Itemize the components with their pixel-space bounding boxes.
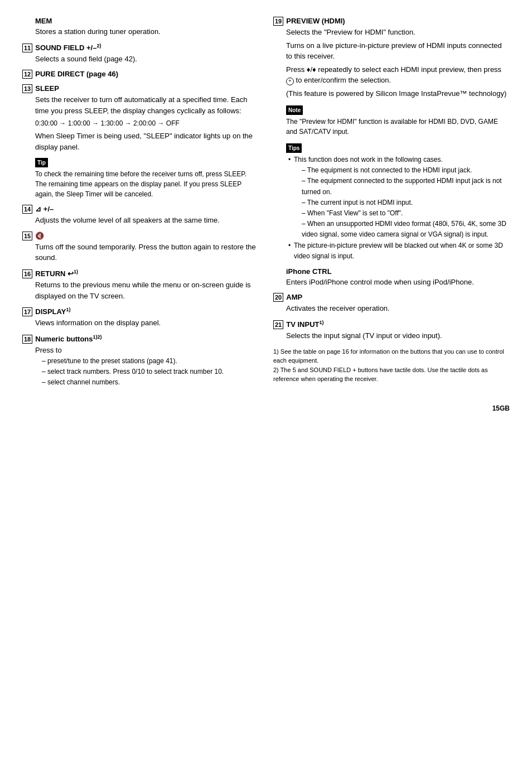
list-item: The current input is not HDMI input. bbox=[302, 197, 507, 208]
tip-label-13: Tip bbox=[35, 158, 48, 167]
item20-num: 20 bbox=[273, 293, 283, 302]
item18-section: 18 Numeric buttons1)2) Press to preset/t… bbox=[22, 334, 257, 388]
item13-section: 13 SLEEP Sets the receiver to turn off a… bbox=[22, 84, 257, 199]
list-item: When "Fast View" is set to "Off". bbox=[302, 208, 507, 219]
item15-title: 🔇 bbox=[35, 232, 44, 240]
item18-header: 18 Numeric buttons1)2) bbox=[22, 334, 257, 344]
item13-num: 13 bbox=[22, 84, 32, 93]
list-item: The picture-in-picture preview will be b… bbox=[288, 240, 507, 262]
item20-title: AMP bbox=[286, 293, 302, 301]
item21-section: 21 TV INPUT1) Selects the input signal (… bbox=[273, 320, 507, 341]
item11-num: 11 bbox=[22, 44, 32, 52]
item20-header: 20 AMP bbox=[273, 293, 507, 302]
item18-num: 18 bbox=[22, 335, 32, 344]
mem-section: MEM Stores a station during tuner operat… bbox=[22, 17, 257, 37]
item12-section: 12 PURE DIRECT (page 46) bbox=[22, 70, 257, 79]
item19-text2: Turns on a live picture-in-picture previ… bbox=[286, 40, 507, 62]
list-item: When an unsupported HDMI video format (4… bbox=[302, 219, 507, 240]
item17-title: DISPLAY1) bbox=[35, 307, 70, 316]
note-label-19: Note bbox=[286, 105, 303, 115]
item19-title: PREVIEW (HDMI) bbox=[286, 17, 345, 25]
tips-label-19: Tips bbox=[286, 143, 302, 153]
page-number: 15GB bbox=[22, 404, 510, 412]
item17-header: 17 DISPLAY1) bbox=[22, 307, 257, 316]
item14-num: 14 bbox=[22, 205, 32, 214]
item17-section: 17 DISPLAY1) Views information on the di… bbox=[22, 307, 257, 329]
item18-title: Numeric buttons1)2) bbox=[35, 334, 101, 343]
item12-num: 12 bbox=[22, 70, 32, 79]
list-item: select channel numbers. bbox=[42, 377, 257, 388]
item16-section: 16 RETURN ↩1) Returns to the previous me… bbox=[22, 269, 257, 301]
item14-title: ⊿ +/– bbox=[35, 205, 54, 213]
left-column: MEM Stores a station during tuner operat… bbox=[22, 17, 257, 393]
item13-header: 13 SLEEP bbox=[22, 84, 257, 93]
item19-body: Selects the "Preview for HDMI" function.… bbox=[286, 27, 507, 262]
list-item: select track numbers. Press 0/10 to sele… bbox=[42, 367, 257, 377]
item15-section: 15 🔇 Turns off the sound temporarily. Pr… bbox=[22, 232, 257, 263]
item19-header: 19 PREVIEW (HDMI) bbox=[273, 17, 507, 26]
item11-sup: 2) bbox=[96, 43, 101, 49]
tip-intro: This function does not work in the follo… bbox=[294, 156, 443, 163]
right-column: 19 PREVIEW (HDMI) Selects the "Preview f… bbox=[273, 17, 507, 393]
item18-sup: 1)2) bbox=[93, 334, 102, 340]
item21-title: TV INPUT1) bbox=[286, 320, 323, 329]
item13-body1: Sets the receiver to turn off automatica… bbox=[35, 94, 257, 199]
item14-section: 14 ⊿ +/– Adjusts the volume level of all… bbox=[22, 205, 257, 226]
list-item: The equipment is not connected to the HD… bbox=[302, 165, 507, 176]
tips-sub-list: The equipment is not connected to the HD… bbox=[294, 165, 507, 240]
mem-body: Stores a station during tuner operation. bbox=[35, 26, 257, 37]
item13-title: SLEEP bbox=[35, 84, 59, 93]
circle-icon: + bbox=[286, 78, 294, 85]
footnote-1: 1) See the table on page 16 for informat… bbox=[273, 347, 507, 365]
item13-arrow: 0:30:00 → 1:00:00 → 1:30:00 → 2:00:00 → … bbox=[35, 118, 257, 128]
item14-header: 14 ⊿ +/– bbox=[22, 205, 257, 214]
item13-text2: When Sleep Timer is being used, "SLEEP" … bbox=[35, 131, 257, 152]
item19-num: 19 bbox=[273, 17, 283, 26]
list-item: preset/tune to the preset stations (page… bbox=[42, 356, 257, 367]
item17-sup: 1) bbox=[66, 307, 70, 312]
tips-list-19: This function does not work in the follo… bbox=[286, 155, 507, 262]
footnotes: 1) See the table on page 16 for informat… bbox=[273, 347, 507, 384]
item19-text3: Press ♦/♦ repeatedly to select each HDMI… bbox=[286, 64, 507, 86]
item11-body: Selects a sound field (page 42). bbox=[35, 54, 257, 65]
list-item: The equipment connected to the supported… bbox=[302, 176, 507, 197]
item12-header: 12 PURE DIRECT (page 46) bbox=[22, 70, 257, 79]
item14-body: Adjusts the volume level of all speakers… bbox=[35, 215, 257, 226]
footnote-2: 2) The 5 and SOUND FIELD + buttons have … bbox=[273, 365, 507, 384]
item21-num: 21 bbox=[273, 320, 283, 329]
item11-header: 11 SOUND FIELD +/–2) bbox=[22, 43, 257, 52]
item19-text1: Selects the "Preview for HDMI" function. bbox=[286, 27, 507, 38]
list-item: This function does not work in the follo… bbox=[288, 155, 507, 240]
item17-body: Views information on the display panel. bbox=[35, 317, 257, 329]
item15-body: Turns off the sound temporarily. Press t… bbox=[35, 242, 257, 263]
note-text-19: The "Preview for HDMI" function is avail… bbox=[286, 117, 507, 137]
item16-num: 16 bbox=[22, 269, 32, 278]
item13-text1: Sets the receiver to turn off automatica… bbox=[35, 94, 257, 116]
item11-section: 11 SOUND FIELD +/–2) Selects a sound fie… bbox=[22, 43, 257, 65]
item20-body: Activates the receiver operation. bbox=[286, 303, 507, 314]
item21-sup: 1) bbox=[319, 320, 323, 325]
item16-header: 16 RETURN ↩1) bbox=[22, 269, 257, 278]
iphone-title: iPhone CTRL bbox=[286, 267, 507, 276]
item19-text4: (This feature is powered by Silicon Imag… bbox=[286, 88, 507, 99]
item16-sup: 1) bbox=[74, 269, 78, 274]
item11-title: SOUND FIELD +/–2) bbox=[35, 43, 101, 52]
item16-title: RETURN ↩1) bbox=[35, 269, 78, 278]
item18-list: preset/tune to the preset stations (page… bbox=[35, 356, 257, 388]
item18-intro: Press to bbox=[35, 345, 257, 356]
item19-section: 19 PREVIEW (HDMI) Selects the "Preview f… bbox=[273, 17, 507, 262]
item18-body: Press to preset/tune to the preset stati… bbox=[35, 345, 257, 388]
mem-title: MEM bbox=[35, 17, 257, 25]
iphone-body: Enters iPod/iPhone control mode when usi… bbox=[286, 277, 507, 288]
item21-header: 21 TV INPUT1) bbox=[273, 320, 507, 329]
item12-title: PURE DIRECT (page 46) bbox=[35, 70, 118, 78]
item20-section: 20 AMP Activates the receiver operation. bbox=[273, 293, 507, 314]
item15-num: 15 bbox=[22, 232, 32, 240]
tip-text-13: To check the remaining time before the r… bbox=[35, 169, 257, 199]
item16-body: Returns to the previous menu while the m… bbox=[35, 280, 257, 301]
item17-num: 17 bbox=[22, 307, 32, 316]
item15-header: 15 🔇 bbox=[22, 232, 257, 240]
item21-body: Selects the input signal (TV input or vi… bbox=[286, 330, 507, 341]
iphone-section: iPhone CTRL Enters iPod/iPhone control m… bbox=[273, 267, 507, 288]
